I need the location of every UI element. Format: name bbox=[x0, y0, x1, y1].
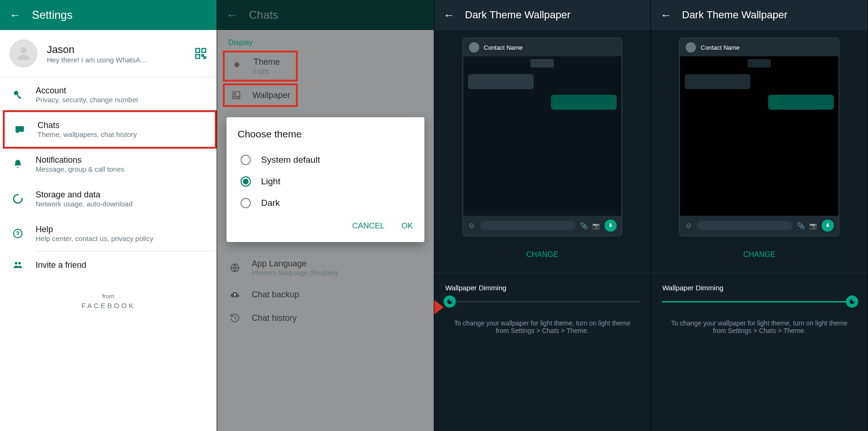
dimming-hint: To change your wallpaper for light theme… bbox=[445, 319, 640, 334]
svg-point-9 bbox=[18, 262, 21, 265]
attach-icon: 📎 bbox=[580, 222, 588, 229]
back-icon[interactable]: ← bbox=[226, 8, 238, 22]
avatar bbox=[9, 39, 38, 68]
settings-item-notifications[interactable]: NotificationsMessage, group & call tones bbox=[0, 147, 217, 181]
chats-item-theme[interactable]: ThemeLight bbox=[225, 53, 296, 80]
svg-point-6 bbox=[14, 195, 22, 203]
help-icon bbox=[11, 228, 24, 239]
chats-item-backup[interactable]: Chat backup bbox=[217, 283, 434, 306]
settings-item-chats[interactable]: ChatsTheme, wallpapers, chat history bbox=[3, 110, 217, 149]
camera-icon: 📷 bbox=[592, 222, 600, 229]
mic-icon bbox=[604, 219, 617, 232]
chats-item-language[interactable]: App LanguagePhone's language (English) bbox=[217, 252, 434, 283]
mic-icon bbox=[822, 219, 834, 232]
slider-thumb[interactable] bbox=[444, 295, 456, 308]
brightness-icon bbox=[230, 61, 243, 71]
theme-highlight: ThemeLight bbox=[223, 51, 298, 82]
preview-avatar bbox=[469, 42, 479, 53]
wallpaper-header: ← Dark Theme Wallpaper bbox=[434, 0, 651, 30]
preview-bubble-out bbox=[551, 95, 617, 110]
preview-notch bbox=[530, 59, 554, 68]
profile-name: Jason bbox=[47, 44, 147, 56]
back-icon[interactable]: ← bbox=[660, 8, 672, 22]
cloud-icon bbox=[228, 290, 242, 300]
wallpaper-panel-full-dim: ← Dark Theme Wallpaper Contact Name ☺ 📎 … bbox=[651, 0, 868, 431]
chats-item-wallpaper[interactable]: Wallpaper bbox=[225, 85, 296, 105]
change-button[interactable]: CHANGE bbox=[434, 250, 651, 259]
svg-point-0 bbox=[20, 47, 26, 53]
svg-rect-5 bbox=[15, 126, 24, 132]
slider-thumb[interactable] bbox=[846, 295, 858, 308]
dimming-label: Wallpaper Dimming bbox=[662, 284, 856, 292]
preview-bubble-out bbox=[768, 95, 834, 110]
settings-item-account[interactable]: AccountPrivacy, security, change number bbox=[0, 77, 217, 112]
radio-system-default[interactable]: System default bbox=[238, 149, 413, 171]
preview-notch bbox=[747, 59, 771, 68]
svg-rect-10 bbox=[233, 92, 240, 99]
wallpaper-icon bbox=[230, 90, 242, 100]
people-icon bbox=[11, 260, 24, 270]
preview-avatar bbox=[686, 42, 696, 53]
dimming-slider[interactable] bbox=[445, 301, 640, 302]
settings-title: Settings bbox=[32, 8, 73, 22]
wallpaper-highlight: Wallpaper bbox=[223, 83, 298, 107]
change-button[interactable]: CHANGE bbox=[651, 250, 868, 259]
svg-rect-3 bbox=[196, 54, 199, 58]
radio-icon bbox=[241, 155, 251, 165]
radio-icon bbox=[241, 198, 251, 208]
settings-header: ← Settings bbox=[0, 0, 217, 30]
preview-input bbox=[480, 221, 575, 230]
settings-item-storage[interactable]: Storage and dataNetwork usage, auto-down… bbox=[0, 181, 217, 216]
emoji-icon: ☺ bbox=[685, 221, 692, 230]
globe-icon bbox=[228, 263, 242, 273]
qr-icon[interactable] bbox=[194, 47, 207, 60]
emoji-icon: ☺ bbox=[468, 221, 476, 230]
dialog-title: Choose theme bbox=[238, 129, 413, 140]
radio-icon bbox=[241, 176, 251, 187]
settings-item-invite[interactable]: Invite a friend bbox=[0, 251, 217, 279]
preview-input bbox=[697, 221, 793, 230]
profile-row[interactable]: Jason Hey there! I am using WhatsA… bbox=[0, 30, 217, 77]
svg-rect-2 bbox=[202, 49, 205, 53]
profile-status: Hey there! I am using WhatsA… bbox=[47, 56, 147, 64]
wallpaper-preview: Contact Name ☺ 📎 📷 bbox=[679, 38, 839, 236]
key-icon bbox=[11, 90, 24, 100]
preview-contact-name: Contact Name bbox=[701, 44, 740, 51]
chats-header: ← Chats bbox=[217, 0, 434, 30]
radio-light[interactable]: Light bbox=[238, 171, 413, 192]
section-display: Display bbox=[217, 30, 434, 51]
dimming-slider[interactable] bbox=[662, 301, 856, 302]
bell-icon bbox=[11, 159, 24, 169]
svg-point-11 bbox=[234, 93, 235, 95]
tutorial-arrow-icon bbox=[434, 291, 444, 324]
preview-bubble-in bbox=[685, 74, 750, 89]
settings-panel: ← Settings Jason Hey there! I am using W… bbox=[0, 0, 217, 431]
preview-bubble-in bbox=[468, 74, 534, 89]
wallpaper-title: Dark Theme Wallpaper bbox=[465, 9, 571, 21]
attach-icon: 📎 bbox=[797, 222, 805, 229]
back-icon[interactable]: ← bbox=[9, 8, 21, 22]
wallpaper-preview: Contact Name ☺ 📎 📷 bbox=[462, 38, 623, 236]
ok-button[interactable]: OK bbox=[401, 221, 413, 231]
chats-panel: ← Chats Display ThemeLight Wallpaper App… bbox=[217, 0, 434, 431]
history-icon bbox=[228, 313, 242, 323]
svg-point-7 bbox=[14, 229, 22, 238]
chat-icon bbox=[13, 124, 26, 135]
wallpaper-panel-low-dim: ← Dark Theme Wallpaper Contact Name ☺ 📎 … bbox=[434, 0, 651, 431]
cancel-button[interactable]: CANCEL bbox=[352, 221, 385, 231]
svg-point-8 bbox=[15, 262, 17, 265]
camera-icon: 📷 bbox=[809, 222, 817, 229]
theme-dialog: Choose theme System default Light Dark C… bbox=[226, 117, 424, 242]
chats-item-history[interactable]: Chat history bbox=[217, 306, 434, 330]
radio-dark[interactable]: Dark bbox=[238, 192, 413, 214]
dimming-label: Wallpaper Dimming bbox=[445, 284, 640, 292]
preview-contact-name: Contact Name bbox=[484, 44, 523, 51]
settings-item-help[interactable]: HelpHelp center, contact us, privacy pol… bbox=[0, 216, 217, 251]
chats-title: Chats bbox=[249, 8, 279, 22]
back-icon[interactable]: ← bbox=[444, 8, 455, 22]
svg-rect-1 bbox=[196, 49, 199, 53]
dimming-hint: To change your wallpaper for light theme… bbox=[662, 319, 856, 334]
wallpaper-title: Dark Theme Wallpaper bbox=[682, 9, 787, 21]
data-icon bbox=[11, 193, 24, 204]
footer: from FACEBOOK bbox=[0, 293, 217, 310]
